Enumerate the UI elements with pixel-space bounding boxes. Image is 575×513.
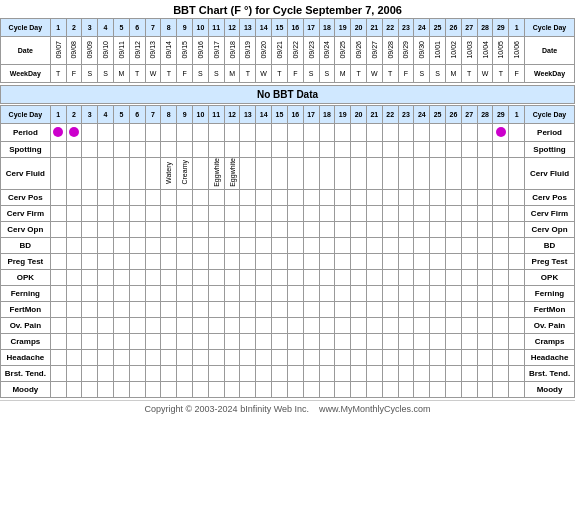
cramps-row: Cramps Cramps — [1, 334, 575, 350]
cycle-day-label-bottom: Cycle Day — [1, 106, 51, 124]
weekday-label: WeekDay — [1, 65, 51, 83]
data-table: Cycle Day 1 2 3 4 5 6 7 8 9 10 11 12 13 … — [0, 105, 575, 398]
chart-container: Cycle Day 1 2 3 4 5 6 7 8 9 10 11 12 13 … — [0, 18, 575, 398]
moody-label: Moody — [1, 382, 51, 398]
cerv-fluid-eggwhite-2: Eggwhite — [229, 158, 236, 187]
bottom-cycle-day-row: Cycle Day 1 2 3 4 5 6 7 8 9 10 11 12 13 … — [1, 106, 575, 124]
period-dot-1 — [53, 127, 63, 137]
ferning-label-right: Ferning — [525, 286, 575, 302]
cerv-pos-label-right: Cerv Pos — [525, 190, 575, 206]
weekday-row: WeekDay T F S S M T W T F S S M T W T F … — [1, 65, 575, 83]
website: www.MyMonthlyCycles.com — [319, 404, 431, 414]
cerv-pos-label: Cerv Pos — [1, 190, 51, 206]
bd-label-right: BD — [525, 238, 575, 254]
headache-label-right: Headache — [525, 350, 575, 366]
weekday-label-right: WeekDay — [525, 65, 575, 83]
bd-label: BD — [1, 238, 51, 254]
ov-pain-label: Ov. Pain — [1, 318, 51, 334]
fertmon-label: FertMon — [1, 302, 51, 318]
fertmon-label-right: FertMon — [525, 302, 575, 318]
date-row: Date 09/07 09/08 09/09 09/10 09/11 09/12… — [1, 37, 575, 65]
cycle-day-label-top-right: Cycle Day — [525, 19, 575, 37]
cerv-fluid-label-right: Cerv Fluid — [525, 158, 575, 190]
spotting-row: Spotting Spotting — [1, 142, 575, 158]
opk-label: OPK — [1, 270, 51, 286]
date-label: Date — [1, 37, 51, 65]
ferning-label: Ferning — [1, 286, 51, 302]
cerv-fluid-eggwhite-1: Eggwhite — [213, 158, 220, 187]
cerv-fluid-row: Cerv Fluid Watery Creamy Eggwhite Eggwhi… — [1, 158, 575, 190]
headache-label: Headache — [1, 350, 51, 366]
fertmon-row: FertMon FertMon — [1, 302, 575, 318]
period-dot-29 — [496, 127, 506, 137]
ferning-row: Ferning Ferning — [1, 286, 575, 302]
top-table: Cycle Day 1 2 3 4 5 6 7 8 9 10 11 12 13 … — [0, 18, 575, 83]
top-cycle-day-row: Cycle Day 1 2 3 4 5 6 7 8 9 10 11 12 13 … — [1, 19, 575, 37]
preg-test-row: Preg Test Preg Test — [1, 254, 575, 270]
cramps-label: Cramps — [1, 334, 51, 350]
cerv-fluid-creamy: Creamy — [181, 160, 188, 185]
cerv-pos-row: Cerv Pos Cerv Pos — [1, 190, 575, 206]
cramps-label-right: Cramps — [525, 334, 575, 350]
cycle-day-label-top: Cycle Day — [1, 19, 51, 37]
moody-label-right: Moody — [525, 382, 575, 398]
ov-pain-row: Ov. Pain Ov. Pain — [1, 318, 575, 334]
footer: Copyright © 2003-2024 bInfinity Web Inc.… — [0, 400, 575, 417]
cerv-opn-label-right: Cerv Opn — [525, 222, 575, 238]
cerv-opn-row: Cerv Opn Cerv Opn — [1, 222, 575, 238]
brst-tend-label-right: Brst. Tend. — [525, 366, 575, 382]
moody-row: Moody Moody — [1, 382, 575, 398]
opk-label-right: OPK — [525, 270, 575, 286]
cerv-opn-label: Cerv Opn — [1, 222, 51, 238]
cerv-firm-label: Cerv Firm — [1, 206, 51, 222]
brst-tend-label: Brst. Tend. — [1, 366, 51, 382]
cerv-firm-row: Cerv Firm Cerv Firm — [1, 206, 575, 222]
cerv-firm-label-right: Cerv Firm — [525, 206, 575, 222]
spotting-label: Spotting — [1, 142, 51, 158]
period-row: Period — [1, 124, 575, 142]
period-label: Period — [1, 124, 51, 142]
preg-test-label-right: Preg Test — [525, 254, 575, 270]
cycle-day-label-bottom-right: Cycle Day — [525, 106, 575, 124]
spotting-label-right: Spotting — [525, 142, 575, 158]
headache-row: Headache Headache — [1, 350, 575, 366]
date-label-right: Date — [525, 37, 575, 65]
no-bbt-table: No BBT Data — [0, 85, 575, 104]
no-bbt-row: No BBT Data — [1, 86, 575, 104]
ov-pain-label-right: Ov. Pain — [525, 318, 575, 334]
cerv-fluid-label: Cerv Fluid — [1, 158, 51, 190]
no-bbt-label: No BBT Data — [1, 86, 575, 104]
copyright: Copyright © 2003-2024 bInfinity Web Inc. — [144, 404, 309, 414]
preg-test-label: Preg Test — [1, 254, 51, 270]
bd-row: BD BD — [1, 238, 575, 254]
cerv-fluid-watery: Watery — [165, 162, 172, 184]
period-label-right: Period — [525, 124, 575, 142]
brst-tend-row: Brst. Tend. Brst. Tend. — [1, 366, 575, 382]
opk-row: OPK OPK — [1, 270, 575, 286]
period-dot-2 — [69, 127, 79, 137]
page-title: BBT Chart (F °) for Cycle September 7, 2… — [0, 0, 575, 18]
